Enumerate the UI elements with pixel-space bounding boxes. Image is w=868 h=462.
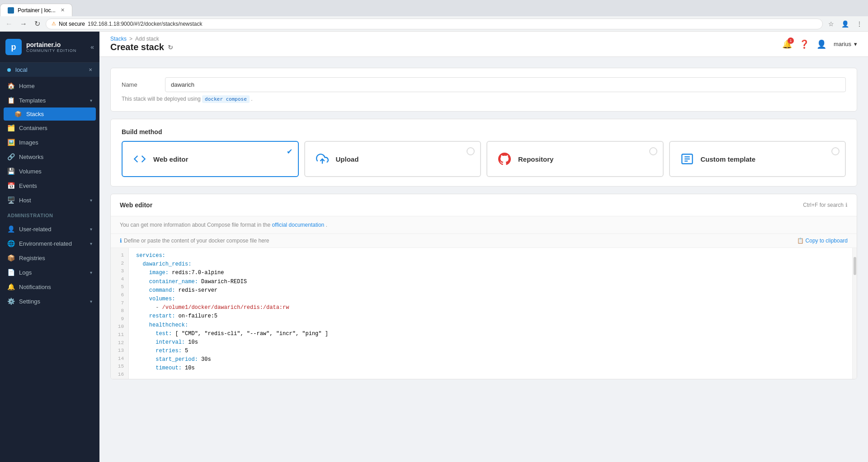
code-editor[interactable]: 1234567891011121314151617181920 services… (111, 248, 857, 379)
host-icon: 🖥️ (7, 196, 14, 204)
web-editor-section: Web editor Ctrl+F for search ℹ You can g… (110, 194, 857, 379)
security-icon: ⚠ (52, 21, 56, 27)
tab-close-button[interactable]: ✕ (61, 7, 65, 13)
repository-radio[interactable] (649, 147, 657, 155)
line-numbers: 1234567891011121314151617181920 (111, 248, 129, 379)
custom-template-radio[interactable] (831, 147, 840, 155)
web-editor-method-card[interactable]: Web editor ✔ (122, 141, 299, 177)
deploy-note2: . (251, 96, 252, 102)
editor-header: Web editor Ctrl+F for search ℹ (111, 194, 857, 216)
code-content[interactable]: services: dawarich_redis: image: redis:7… (129, 248, 852, 379)
editor-title: Web editor (120, 201, 152, 209)
sidebar-item-host[interactable]: 🖥️ Host ▾ (0, 193, 99, 207)
line-number: 8 (111, 307, 128, 315)
profile-button[interactable]: 👤 (840, 19, 851, 29)
sidebar-item-registries[interactable]: 📦 Registries (0, 251, 99, 265)
sidebar-item-user-related[interactable]: 👤 User-related ▾ (0, 222, 99, 236)
line-number: 16 (111, 371, 128, 379)
code-line: container_name: Dawarich-REDIS (136, 278, 845, 286)
build-methods-grid: Web editor ✔ Upload (122, 141, 846, 177)
home-icon: 🏠 (7, 82, 14, 89)
notifications-bell-button[interactable]: 🔔 1 (782, 39, 792, 49)
sidebar-collapse-button[interactable]: « (90, 43, 94, 51)
upload-method-card[interactable]: Upload (304, 141, 481, 177)
build-method-section: Build method Web editor ✔ (110, 119, 857, 187)
selected-checkmark-icon: ✔ (287, 147, 292, 156)
user-icon: 👤 (7, 225, 14, 233)
containers-icon: 🗂️ (7, 124, 14, 131)
environment-icon: 🌐 (7, 240, 14, 247)
code-line: interval: 10s (136, 338, 845, 347)
username-label: marius (834, 41, 851, 47)
admin-section-label: Administration (0, 209, 99, 220)
sidebar-item-notifications[interactable]: 🔔 Notifications (0, 280, 99, 294)
sidebar-item-home[interactable]: 🏠 Home (0, 79, 99, 93)
sidebar-item-volumes[interactable]: 💾 Volumes (0, 164, 99, 178)
scrollbar-thumb[interactable] (854, 257, 856, 275)
sidebar-item-networks[interactable]: 🔗 Networks (0, 149, 99, 164)
custom-template-method-card[interactable]: Custom template (669, 141, 846, 177)
repository-method-card[interactable]: Repository (486, 141, 664, 177)
deploy-note: This stack will be deployed using docker… (122, 96, 846, 102)
editor-search-hint: Ctrl+F for search ℹ (803, 202, 848, 208)
custom-template-icon (679, 151, 695, 167)
editor-note: You can get more information about Compo… (111, 216, 857, 234)
sidebar-item-label: Stacks (26, 111, 44, 117)
copy-to-clipboard-button[interactable]: 📋 Copy to clipboard (797, 238, 848, 244)
address-bar[interactable]: ⚠ Not secure 192.168.1.18:9000/#!/2/dock… (46, 19, 823, 29)
build-method-title: Build method (122, 128, 846, 135)
browser-tab[interactable]: Portainer | loc... ✕ (0, 4, 72, 16)
main-content: Stacks > Add stack Create stack ↻ 🔔 1 ❓ … (99, 32, 868, 462)
sidebar-item-images[interactable]: 🖼️ Images (0, 135, 99, 149)
line-number: 14 (111, 355, 128, 363)
page-title: Create stack ↻ (110, 42, 173, 52)
user-menu-button[interactable]: marius ▾ (834, 41, 857, 47)
sidebar-env[interactable]: local ✕ (0, 63, 99, 77)
sidebar-main-nav: 🏠 Home 📋 Templates ▾ 📦 Stacks 🗂️ Contain… (0, 77, 99, 209)
sidebar-item-events[interactable]: 📅 Events (0, 178, 99, 193)
user-profile-button[interactable]: 👤 (816, 39, 826, 49)
official-documentation-link[interactable]: official documentation (272, 222, 324, 228)
extensions-button[interactable]: ⋮ (854, 19, 864, 29)
name-input[interactable] (165, 77, 846, 92)
line-number: 15 (111, 363, 128, 371)
sidebar-item-containers[interactable]: 🗂️ Containers (0, 121, 99, 135)
sidebar-item-environment-related[interactable]: 🌐 Environment-related ▾ (0, 236, 99, 251)
tab-title: Portainer | loc... (18, 7, 56, 14)
line-number: 4 (111, 275, 128, 284)
sidebar-item-settings[interactable]: ⚙️ Settings ▾ (0, 294, 99, 308)
back-button[interactable]: ← (4, 18, 14, 30)
name-section: Name This stack will be deployed using d… (110, 68, 857, 112)
help-button[interactable]: ❓ (799, 39, 809, 49)
code-line: image: redis:7.0-alpine (136, 269, 845, 277)
editor-toolbar: ℹ Define or paste the content of your do… (111, 234, 857, 248)
reload-button[interactable]: ↻ (33, 18, 42, 30)
stacks-icon: 📦 (14, 111, 22, 117)
refresh-icon[interactable]: ↻ (168, 44, 173, 51)
sidebar-item-label: Networks (19, 154, 92, 160)
bookmark-button[interactable]: ☆ (826, 19, 836, 29)
line-number: 5 (111, 283, 128, 291)
upload-radio[interactable] (467, 147, 475, 155)
sidebar-item-stacks[interactable]: 📦 Stacks (4, 107, 96, 121)
sidebar-item-templates[interactable]: 📋 Templates ▾ (0, 93, 99, 107)
chevron-down-icon: ▾ (90, 227, 92, 232)
sidebar-item-label: Containers (19, 125, 92, 131)
url-text: 192.168.1.18:9000/#!/2/docker/stacks/new… (88, 21, 203, 27)
sidebar-item-logs[interactable]: 📄 Logs ▾ (0, 265, 99, 280)
chevron-down-icon: ▾ (90, 241, 92, 246)
line-number: 12 (111, 339, 128, 347)
forward-button[interactable]: → (18, 18, 29, 30)
line-number: 1 (111, 252, 128, 260)
editor-note-prefix: You can get more information about Compo… (120, 222, 270, 228)
logo-text: portainer.io (26, 41, 76, 48)
code-line (136, 373, 845, 379)
sidebar-item-label: Volumes (19, 168, 92, 175)
sidebar-admin-nav: 👤 User-related ▾ 🌐 Environment-related ▾… (0, 220, 99, 310)
env-close-icon[interactable]: ✕ (89, 67, 92, 72)
repository-label: Repository (518, 155, 553, 163)
sidebar: p portainer.io COMMUNITY EDITION « local… (0, 32, 99, 462)
editor-scrollbar[interactable] (852, 248, 857, 379)
breadcrumb-stacks-link[interactable]: Stacks (110, 36, 127, 42)
code-line: restart: on-failure:5 (136, 312, 845, 321)
